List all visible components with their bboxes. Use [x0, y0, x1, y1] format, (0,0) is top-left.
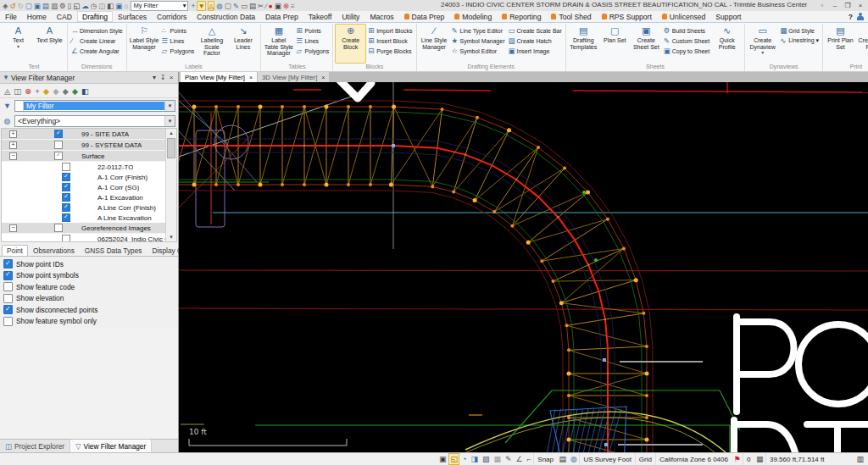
close-icon[interactable]: × — [249, 75, 253, 80]
ribbon-tab[interactable]: Tool Shed — [546, 11, 596, 22]
status-item[interactable]: Snap — [533, 453, 557, 465]
tree-row[interactable]: − Surface — [2, 151, 166, 162]
quick-access-icon[interactable]: ◈ — [3, 2, 8, 10]
status-item[interactable]: ⚑ — [732, 453, 743, 465]
ribbon-small-button[interactable]: ☆Symbol Editor — [450, 46, 507, 56]
ribbon-tab[interactable]: Surfaces — [113, 11, 152, 22]
quick-access-icon[interactable]: ▯ — [68, 2, 72, 10]
ribbon-small-button[interactable]: ∿Linestring ▾ — [778, 36, 821, 46]
tree-checkbox[interactable] — [62, 163, 70, 171]
quick-access-icon[interactable]: ✎ — [233, 2, 239, 10]
ribbon-small-button[interactable]: ▱Polygons — [294, 46, 331, 56]
ribbon-large-button[interactable]: ⚐Label Style Manager — [129, 24, 160, 64]
quick-access-icon[interactable]: ◧ — [107, 2, 114, 10]
tree-row[interactable]: 22-0112-TO — [2, 162, 166, 172]
status-grid-icon[interactable]: ▥ — [856, 455, 865, 463]
quick-access-icon[interactable]: ● — [269, 2, 273, 10]
options-tab[interactable]: Observations — [28, 245, 80, 256]
ribbon-small-button[interactable]: ☰Lines — [294, 36, 331, 46]
ribbon-large-button[interactable]: ∿Quick Profile — [711, 24, 743, 64]
quick-access-icon[interactable]: ▥ — [51, 2, 58, 10]
tab-plan-view[interactable]: Plan View [My Filter] × — [181, 72, 257, 82]
quick-access-icon[interactable]: ▭ — [241, 2, 248, 10]
ribbon-large-button[interactable]: ⊕Create Block — [335, 24, 366, 64]
options-tab[interactable]: Point — [2, 245, 28, 256]
panel-tab[interactable]: ◫ Project Explorer — [0, 440, 70, 452]
quick-access-icon[interactable]: ▢ — [25, 2, 32, 10]
view-filter-combo[interactable]: My Filter ▾ — [131, 1, 188, 11]
ribbon-tab[interactable]: CAD — [52, 11, 77, 22]
status-item[interactable]: 0 — [743, 453, 754, 465]
panel-toolbar-icon[interactable]: ⊗ — [25, 86, 31, 96]
window-control-button[interactable]: ❒ — [842, 2, 854, 9]
ribbon-tab[interactable]: Modeling — [449, 11, 497, 22]
chevron-down-icon[interactable]: ▾ — [164, 101, 175, 111]
window-control-button[interactable]: – — [829, 2, 841, 9]
panel-toolbar-icon[interactable]: ◆ — [43, 86, 49, 96]
status-item[interactable]: ▦ — [754, 453, 765, 465]
option-row[interactable]: Show feature symbol only — [3, 318, 175, 325]
quick-access-icon[interactable]: ◱ — [73, 2, 80, 10]
ribbon-tab[interactable]: RPS Support — [597, 11, 657, 22]
panel-header-button[interactable]: ▾ — [150, 74, 159, 81]
ribbon-small-button[interactable]: ▦Grid Style — [778, 25, 821, 36]
close-icon[interactable]: × — [321, 75, 325, 80]
panel-toolbar-icon[interactable]: + — [35, 86, 40, 96]
expand-icon[interactable]: − — [9, 152, 17, 160]
panel-toolbar-icon[interactable]: ◆ — [62, 86, 68, 96]
ribbon-large-button[interactable]: ▣Create Sheet Set — [631, 24, 662, 64]
ribbon-small-button[interactable]: ★Symbol Manager — [450, 36, 507, 46]
ribbon-small-button[interactable]: ⊞Insert Block — [366, 36, 414, 46]
option-checkbox[interactable] — [3, 317, 13, 326]
option-checkbox[interactable] — [3, 294, 13, 303]
ribbon-large-button[interactable]: ▲Create 3D PDF — [856, 24, 868, 64]
ribbon-small-button[interactable]: ✎Custom Sheet — [662, 36, 711, 46]
tree-row[interactable]: A Line Corr (Finish) — [2, 202, 166, 213]
status-item[interactable]: ⌐ — [525, 453, 533, 465]
ribbon-small-button[interactable]: ✎Line Type Editor — [450, 25, 507, 36]
quick-access-icon[interactable]: ▢ — [225, 2, 231, 10]
tree-checkbox[interactable] — [54, 141, 63, 149]
scrollbar-thumb[interactable] — [167, 138, 175, 158]
ribbon-large-button[interactable]: △Labeling Scale Factor — [196, 24, 227, 64]
option-row[interactable]: Show point IDs — [3, 260, 175, 268]
help-icon[interactable]: ? — [849, 13, 853, 21]
expand-icon[interactable]: + — [9, 130, 17, 138]
option-row[interactable]: Show feature code — [3, 283, 175, 291]
scroll-down-icon[interactable]: ▼ — [169, 233, 174, 241]
ribbon-tab[interactable]: Utility — [337, 11, 364, 22]
status-item[interactable]: ✎ — [503, 453, 514, 465]
ribbon-tab[interactable]: File — [0, 11, 22, 22]
ribbon-tab[interactable]: Data Prep — [399, 11, 450, 22]
expand-icon[interactable]: − — [9, 224, 17, 232]
scope-select[interactable]: <Everything> ▾ — [14, 115, 175, 127]
status-item[interactable]: ◍ — [569, 453, 580, 465]
quick-access-icon[interactable]: ▣ — [34, 2, 41, 10]
quick-access-icon[interactable]: ↺ — [10, 2, 16, 10]
user-account-icon[interactable] — [857, 13, 864, 20]
panel-toolbar-icon[interactable]: ◫ — [14, 86, 21, 96]
ribbon-large-button[interactable]: ▭Create Dynaview — [747, 24, 778, 64]
quick-access-icon[interactable]: ⊗ — [283, 2, 289, 10]
status-item[interactable]: California Zone 6 0406 — [655, 453, 732, 465]
tree-row[interactable]: A-1 Corr (Finish) — [2, 172, 166, 182]
chevron-down-icon[interactable]: ▾ — [164, 116, 175, 126]
status-item[interactable]: Grid — [635, 453, 655, 465]
ribbon-tab[interactable]: Reporting — [497, 11, 546, 22]
option-row[interactable]: Show disconnected points — [3, 306, 175, 313]
tree-checkbox[interactable] — [54, 130, 63, 138]
ribbon-large-button[interactable]: AText — [3, 24, 34, 64]
tree-row[interactable]: − Georeferenced Images — [2, 223, 166, 234]
ribbon-small-button[interactable]: ∴Points — [160, 25, 197, 36]
tree-row[interactable]: 06252024_Indio Civic Center_transparent_… — [2, 234, 166, 242]
tree-checkbox[interactable] — [62, 173, 70, 181]
ribbon-large-button[interactable]: ▤Print Plan Set — [825, 24, 856, 64]
tree-checkbox[interactable] — [54, 152, 63, 160]
panel-tab[interactable]: ▽ View Filter Manager — [70, 440, 152, 452]
quick-access-icon[interactable]: ≡ — [291, 2, 295, 10]
ribbon-small-button[interactable]: ↔Dimension Style — [70, 25, 125, 36]
option-checkbox[interactable] — [3, 305, 13, 314]
tree-checkbox[interactable] — [62, 213, 70, 222]
ribbon-small-button[interactable]: ▱Polygons — [160, 46, 197, 56]
ribbon-large-button[interactable]: AText Style — [34, 24, 65, 64]
